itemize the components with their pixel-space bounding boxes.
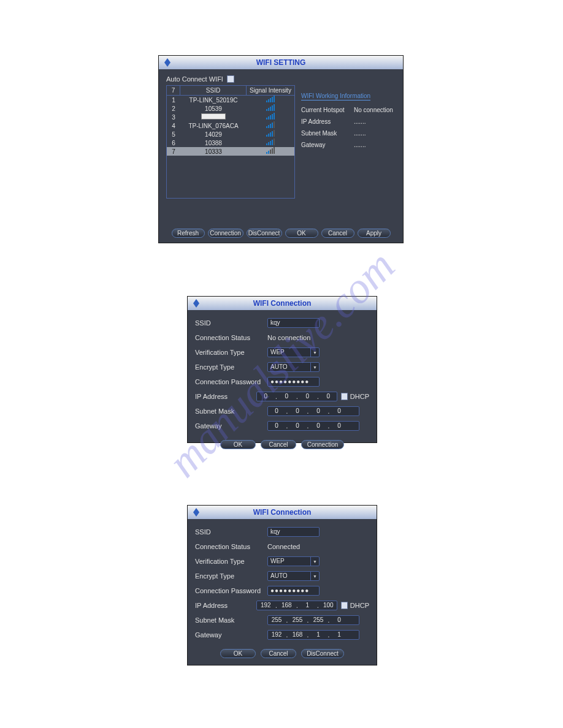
auto-connect-label: Auto Connect WIFI (166, 75, 223, 83)
ip-label: IP Address (195, 393, 256, 400)
mask-input[interactable]: 255.255.255.0 (267, 615, 359, 625)
encrypt-label: Encrypt Type (195, 572, 267, 580)
ip-octet[interactable]: 192 (268, 631, 285, 639)
auto-connect-checkbox[interactable] (227, 75, 234, 83)
ssid-row[interactable]: 210539 (167, 104, 294, 113)
ok-button[interactable]: OK (220, 440, 256, 449)
ssid-row-name: TP-LINK_52019C (180, 97, 247, 104)
apply-button[interactable]: Apply (358, 229, 391, 238)
ssid-row-index: 7 (167, 148, 180, 155)
ssid-row-index: 4 (167, 123, 180, 129)
wifi-info-title: WIFI Working Information (301, 93, 370, 100)
ip-octet[interactable]: 168 (289, 631, 306, 639)
dhcp-checkbox[interactable] (341, 602, 348, 609)
encrypt-label: Encrypt Type (195, 363, 267, 371)
mask-label: Subnet Mask (195, 408, 267, 415)
refresh-button[interactable]: Refresh (172, 229, 205, 238)
current-hotspot-value: No connection (354, 107, 393, 113)
ssid-input[interactable]: kqy (267, 527, 320, 537)
status-label: Connection Status (195, 334, 267, 341)
ip-octet[interactable]: 0 (289, 422, 306, 430)
signal-strength-icon (247, 122, 294, 129)
titlebar: WIFI Connection (188, 506, 377, 519)
ssid-row-name: 14029 (180, 131, 247, 138)
window-title: WIFI Connection (253, 299, 312, 308)
connection-button[interactable]: Connection (208, 229, 243, 238)
current-hotspot-label: Current Hotspot (301, 107, 351, 113)
ip-octet[interactable]: 192 (257, 601, 274, 610)
mask-label: Subnet Mask (195, 616, 267, 624)
password-input[interactable]: ●●●●●●●●● (267, 586, 320, 596)
ip-octet[interactable]: 0 (268, 407, 285, 415)
ssid-row[interactable]: 3 (167, 113, 294, 121)
ip-octet[interactable]: 1 (331, 631, 348, 639)
ip-octet[interactable]: 0 (320, 392, 337, 401)
dhcp-label: DHCP (350, 393, 369, 400)
gateway-input[interactable]: 192.168.1.1 (267, 630, 359, 640)
ip-octet[interactable]: 0 (257, 392, 274, 401)
col-header-ssid: SSID (180, 86, 247, 95)
ssid-input[interactable]: kqy (267, 318, 320, 328)
ok-button[interactable]: OK (220, 649, 256, 658)
ip-octet[interactable]: 100 (320, 601, 337, 610)
status-value: No connection (267, 334, 310, 341)
signal-strength-icon (247, 96, 294, 104)
signal-strength-icon (247, 105, 294, 112)
gateway-input[interactable]: 0.0.0.0 (267, 421, 359, 431)
chevron-down-icon: ▼ (310, 557, 319, 566)
ip-octet[interactable]: 0 (331, 616, 348, 624)
connection-button[interactable]: Connection (301, 440, 344, 449)
ssid-label: SSID (195, 319, 267, 327)
ssid-row[interactable]: 610388 (167, 138, 294, 147)
mask-input[interactable]: 0.0.0.0 (267, 406, 359, 416)
dhcp-checkbox[interactable] (341, 393, 348, 400)
col-header-index: 7 (167, 86, 180, 95)
ip-input[interactable]: 192.168.1.100 (256, 601, 337, 610)
ip-octet[interactable]: 255 (289, 616, 306, 624)
ssid-row-name: 10333 (180, 148, 247, 155)
ip-input[interactable]: 0.0.0.0 (256, 392, 337, 401)
ip-octet[interactable]: 0 (310, 407, 327, 415)
gateway-label: Gateway (301, 142, 351, 148)
ssid-row[interactable]: 710333 (167, 147, 294, 156)
password-label: Connection Password (195, 587, 267, 594)
ssid-row-name: 10388 (180, 140, 247, 146)
ssid-row[interactable]: 4TP-LINK_076ACA (167, 121, 294, 130)
disconnect-button[interactable]: DisConnect (247, 229, 282, 238)
encrypt-select[interactable]: AUTO▼ (267, 571, 320, 581)
ip-octet[interactable]: 0 (299, 392, 316, 401)
ip-octet[interactable]: 168 (278, 601, 295, 610)
ip-octet[interactable]: 0 (268, 422, 285, 430)
verify-select[interactable]: WEP▼ (267, 556, 320, 566)
ok-button[interactable]: OK (285, 229, 318, 238)
signal-strength-icon (247, 113, 294, 121)
disconnect-button[interactable]: DisConnect (301, 649, 344, 658)
encrypt-select[interactable]: AUTO▼ (267, 362, 320, 372)
ip-octet[interactable]: 0 (310, 422, 327, 430)
password-input[interactable]: ●●●●●●●●● (267, 377, 320, 387)
ip-octet[interactable]: 0 (278, 392, 295, 401)
titlebar: WIFI Connection (188, 297, 377, 310)
ssid-list-header: 7 SSID Signal Intensity (167, 86, 294, 96)
ip-octet[interactable]: 0 (331, 422, 348, 430)
mask-label: Subnet Mask (301, 130, 351, 137)
ssid-row[interactable]: 1TP-LINK_52019C (167, 96, 294, 104)
ip-octet[interactable]: 0 (289, 407, 306, 415)
status-value: Connected (267, 543, 300, 550)
ssid-row-name: 10539 (180, 105, 247, 112)
cancel-button[interactable]: Cancel (261, 649, 296, 658)
cancel-button[interactable]: Cancel (321, 229, 354, 238)
ip-octet[interactable]: 255 (310, 616, 327, 624)
ip-octet[interactable]: 255 (268, 616, 285, 624)
ssid-row[interactable]: 514029 (167, 130, 294, 138)
verify-select[interactable]: WEP▼ (267, 347, 320, 357)
window-title: WIFI Connection (253, 508, 312, 517)
cancel-button[interactable]: Cancel (261, 440, 296, 449)
ip-octet[interactable]: 1 (299, 601, 316, 610)
ip-octet[interactable]: 0 (331, 407, 348, 415)
ip-octet[interactable]: 1 (310, 631, 327, 639)
app-logo-icon (190, 297, 202, 309)
wifi-setting-window: WIFI SETTING Auto Connect WIFI 7 SSID Si… (158, 55, 404, 243)
signal-strength-icon (247, 148, 294, 155)
signal-strength-icon (247, 131, 294, 138)
